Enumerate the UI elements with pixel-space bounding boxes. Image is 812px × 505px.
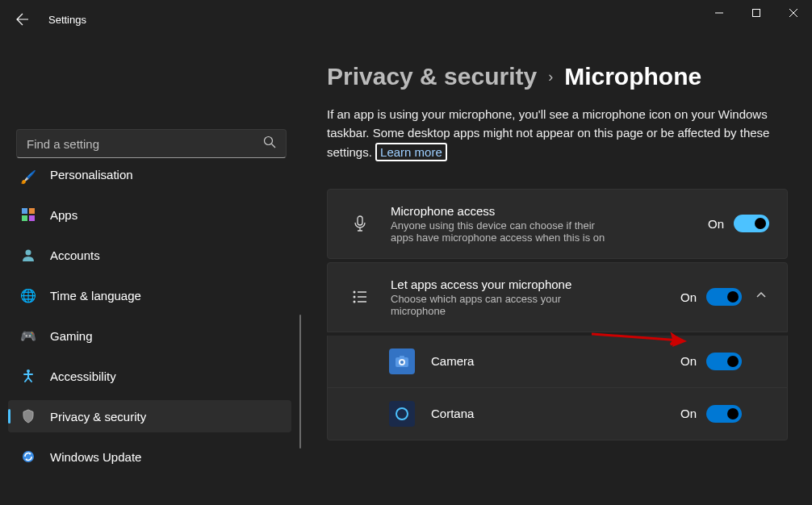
toggle-state-label: On [680, 354, 697, 368]
svg-rect-2 [22, 208, 27, 214]
windows-update-icon [19, 448, 37, 465]
time-language-icon: 🌐 [19, 286, 37, 304]
close-button[interactable] [775, 0, 812, 26]
titlebar: Settings [0, 0, 812, 39]
cortana-app-icon [389, 401, 415, 427]
gaming-icon: 🎮 [19, 327, 37, 344]
maximize-icon [752, 9, 760, 17]
sidebar-item-label: Time & language [50, 289, 141, 303]
sidebar-item-accessibility[interactable]: Accessibility [8, 360, 291, 392]
sidebar-item-label: Personalisation [50, 168, 133, 182]
toggle-state-label: On [680, 290, 697, 304]
sidebar-item-time-language[interactable]: 🌐 Time & language [8, 279, 291, 311]
back-arrow-icon [16, 13, 29, 26]
svg-point-6 [26, 250, 31, 256]
camera-app-icon [389, 348, 415, 374]
svg-rect-4 [22, 215, 27, 221]
app-row-camera: Camera On [327, 336, 788, 388]
nav-list: 🖌️ Personalisation Apps Accounts 🌐 Time … [8, 168, 295, 505]
svg-rect-9 [358, 216, 362, 225]
privacy-security-icon [19, 407, 37, 425]
sidebar-item-accounts[interactable]: Accounts [8, 239, 291, 271]
search-input[interactable] [27, 137, 263, 151]
back-button[interactable] [6, 3, 39, 35]
toggle-state-label: On [708, 217, 724, 231]
sidebar-item-windows-update[interactable]: Windows Update [8, 440, 291, 473]
accounts-icon [19, 246, 37, 264]
sidebar-item-label: Apps [50, 208, 77, 222]
camera-toggle[interactable] [706, 353, 742, 370]
microphone-access-card: Microphone access Anyone using this devi… [327, 189, 788, 259]
svg-point-15 [400, 361, 404, 364]
card-subtitle: Anyone using this device can choose if t… [391, 219, 617, 244]
app-name-label: Camera [431, 354, 680, 368]
sidebar: 🖌️ Personalisation Apps Accounts 🌐 Time … [0, 39, 303, 505]
sidebar-item-label: Windows Update [50, 450, 141, 464]
svg-point-17 [396, 408, 408, 419]
let-apps-toggle[interactable] [706, 288, 742, 306]
svg-rect-16 [400, 356, 404, 358]
svg-point-10 [354, 291, 356, 294]
personalisation-icon: 🖌️ [19, 168, 37, 186]
sidebar-item-gaming[interactable]: 🎮 Gaming [8, 319, 291, 352]
microphone-icon [345, 215, 375, 232]
toggle-state-label: On [680, 407, 697, 420]
breadcrumb-current: Microphone [564, 63, 701, 90]
accessibility-icon [19, 367, 37, 385]
breadcrumb: Privacy & security › Microphone [327, 63, 788, 90]
sidebar-item-label: Gaming [50, 329, 93, 343]
breadcrumb-parent[interactable]: Privacy & security [327, 63, 537, 90]
sidebar-scrollbar[interactable] [299, 315, 301, 449]
svg-rect-5 [29, 215, 35, 221]
cortana-toggle[interactable] [706, 405, 742, 423]
learn-more-link[interactable]: Learn more [375, 143, 447, 161]
sidebar-item-label: Accounts [50, 248, 100, 262]
list-icon [345, 288, 375, 306]
search-icon [263, 136, 276, 152]
svg-point-1 [265, 137, 273, 145]
svg-point-11 [354, 296, 356, 298]
sidebar-item-label: Accessibility [50, 369, 116, 383]
chevron-up-icon[interactable] [753, 290, 769, 304]
page-description: If an app is using your microphone, you'… [327, 105, 788, 161]
app-name-label: Cortana [431, 407, 680, 420]
let-apps-access-card[interactable]: Let apps access your microphone Choose w… [327, 262, 788, 332]
window-controls [701, 0, 812, 26]
sidebar-item-label: Privacy & security [50, 410, 146, 424]
sidebar-item-personalisation[interactable]: 🖌️ Personalisation [8, 168, 291, 190]
minimize-button[interactable] [701, 0, 738, 26]
search-box[interactable] [16, 129, 287, 158]
app-row-cortana: Cortana On [327, 388, 788, 440]
microphone-access-toggle[interactable] [734, 215, 769, 232]
apps-icon [19, 206, 37, 223]
svg-point-12 [354, 301, 356, 303]
svg-rect-3 [29, 208, 35, 214]
minimize-icon [715, 9, 723, 17]
content-area: Privacy & security › Microphone If an ap… [303, 39, 812, 505]
svg-rect-0 [753, 10, 760, 17]
card-title: Microphone access [391, 204, 692, 218]
sidebar-item-privacy-security[interactable]: Privacy & security [8, 400, 291, 432]
app-title: Settings [48, 14, 86, 26]
close-icon [789, 9, 797, 17]
chevron-right-icon: › [548, 69, 553, 86]
maximize-button[interactable] [738, 0, 775, 26]
sidebar-item-apps[interactable]: Apps [8, 198, 291, 231]
card-subtitle: Choose which apps can access your microp… [391, 293, 568, 317]
card-title: Let apps access your microphone [391, 278, 664, 291]
